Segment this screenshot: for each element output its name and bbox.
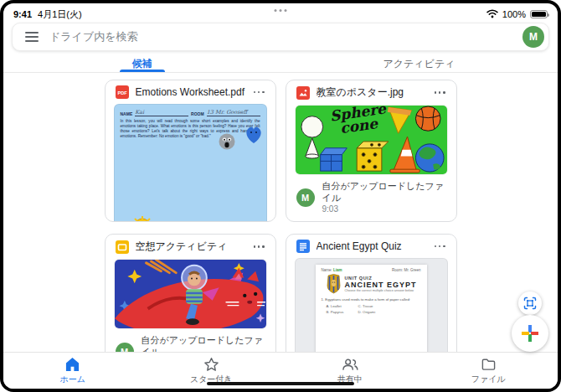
blue-emoji: [243, 123, 265, 145]
quiz-option-a: A. Leaflet: [327, 303, 358, 309]
quiz-option-c: C. Tissue: [358, 303, 390, 309]
worksheet-room-value: 13 Mr. Gooseff: [207, 109, 260, 116]
create-new-button[interactable]: [512, 315, 548, 352]
file-title: 空想アクティビティ: [136, 240, 246, 254]
multitask-dots-icon: [275, 9, 287, 12]
tab-active-underline: [120, 70, 165, 72]
docs-file-icon: [296, 240, 310, 253]
ipad-frame: 9:41 4月1日(火) 100% ドライブ内を検索 M 候補 アクティビティ: [0, 0, 561, 392]
battery-icon: [530, 10, 548, 18]
more-options-button[interactable]: [434, 243, 446, 250]
file-thumbnail: Sphere cone: [295, 105, 448, 175]
nav-files-label: ファイル: [471, 374, 506, 385]
quiz-subtitle: Choose the correct multiple choice answe…: [345, 289, 417, 292]
scan-document-button[interactable]: [518, 291, 542, 315]
owner-avatar: M: [296, 188, 315, 207]
pdf-file-icon: PDF: [116, 85, 129, 99]
worksheet-name-value: Kai: [135, 109, 188, 116]
folder-icon: [481, 357, 497, 372]
file-title: 教室のポスター.jpg: [317, 85, 427, 100]
slides-file-icon: [116, 240, 129, 254]
nav-home[interactable]: ホーム: [3, 353, 142, 389]
worksheet-room-label: ROOM: [191, 111, 204, 116]
account-avatar[interactable]: M: [522, 26, 544, 48]
status-date: 4月1日(火): [38, 8, 82, 21]
file-thumbnail: [114, 259, 267, 329]
shared-people-icon: [342, 357, 358, 372]
file-title: Ancient Egypt Quiz: [317, 240, 427, 252]
file-thumbnail: NAME Kai ROOM 13 Mr. Gooseff In this les…: [114, 104, 267, 222]
file-title: Emotions Worksheet.pdf: [136, 86, 246, 98]
status-left: 9:41 4月1日(火): [13, 8, 82, 21]
wifi-icon: [486, 9, 498, 20]
file-subtitle: 自分がアップロードしたファイル: [322, 181, 446, 204]
home-icon: [64, 357, 80, 372]
quiz-option-d: D. Origami: [358, 309, 390, 315]
battery-percent: 100%: [502, 9, 526, 19]
nav-files[interactable]: ファイル: [419, 353, 558, 389]
status-bar: 9:41 4月1日(火) 100%: [3, 3, 558, 20]
quiz-room: Room: Mr. Green: [392, 268, 421, 272]
svg-text:PDF: PDF: [117, 90, 127, 95]
scan-document-icon: [523, 297, 537, 310]
pharaoh-mask-art: [327, 274, 341, 294]
quiz-question: 1. Egyptians used reeds to make a form o…: [322, 297, 421, 302]
home-indicator[interactable]: [207, 382, 354, 385]
more-options-button[interactable]: [253, 89, 265, 96]
file-card-classroom-poster[interactable]: 教室のポスター.jpg: [286, 80, 457, 222]
search-bar[interactable]: ドライブ内を検索 M: [12, 23, 549, 51]
star-icon: [203, 357, 219, 372]
worksheet-name-label: NAME: [121, 111, 133, 116]
quiz-name-value: Liam: [333, 268, 342, 272]
quiz-title: ANCIENT EGYPT: [345, 281, 417, 289]
create-plus-icon: [521, 324, 539, 343]
more-options-button[interactable]: [434, 89, 446, 96]
worksheet-body-text: In this lesson, you will read through so…: [121, 119, 260, 139]
shocked-emoji: [217, 132, 237, 152]
suggested-files-grid: PDF Emotions Worksheet.pdf NAME Kai ROOM…: [3, 80, 558, 389]
status-time: 9:41: [13, 9, 32, 19]
quiz-name-label: Name:: [322, 268, 332, 272]
worksheet-headline: How Does: [118, 219, 266, 222]
image-file-icon: [296, 86, 310, 100]
nav-home-label: ホーム: [60, 374, 85, 385]
tab-activity[interactable]: アクティビティ: [280, 55, 558, 72]
tab-bar: 候補 アクティビティ: [3, 55, 558, 73]
menu-icon[interactable]: [25, 32, 39, 42]
file-time: 9:03: [322, 204, 446, 215]
space-cat-drawing: [115, 260, 266, 328]
quiz-option-b: B. Papyrus: [327, 309, 358, 315]
status-right: 100%: [486, 9, 548, 20]
more-options-button[interactable]: [253, 243, 265, 250]
file-card-emotions-worksheet[interactable]: PDF Emotions Worksheet.pdf NAME Kai ROOM…: [105, 80, 276, 222]
search-input[interactable]: ドライブ内を検索: [49, 29, 512, 44]
drive-app-screen: 9:41 4月1日(火) 100% ドライブ内を検索 M 候補 アクティビティ: [3, 3, 558, 389]
